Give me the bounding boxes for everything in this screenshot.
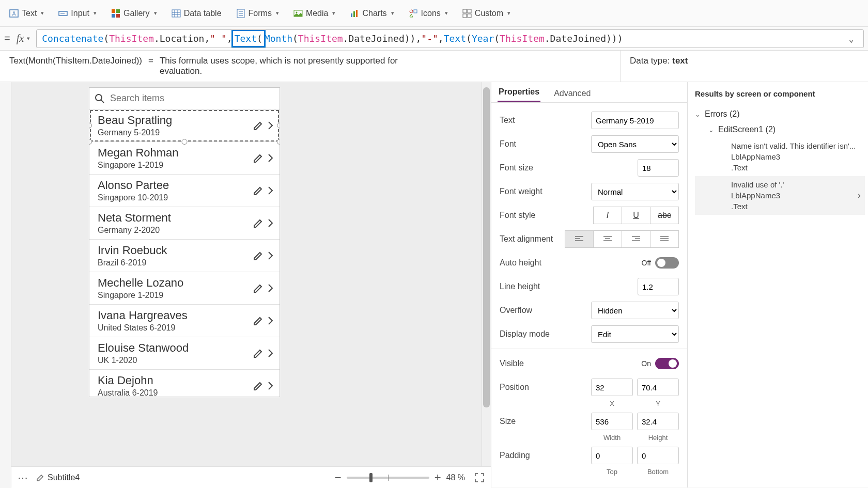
ribbon-charts[interactable]: Charts ▾	[345, 6, 399, 21]
expand-icon[interactable]: ⌄	[844, 33, 858, 44]
prop-lineheight-input[interactable]	[638, 278, 679, 295]
prop-fontsize-input[interactable]	[638, 159, 679, 177]
strikethrough-button[interactable]: abc	[650, 207, 679, 224]
align-justify-button[interactable]	[650, 230, 679, 248]
svg-text:A: A	[12, 11, 16, 17]
edit-icon[interactable]	[253, 217, 264, 229]
selection-handle[interactable]	[89, 123, 92, 129]
gallery-item[interactable]: Neta StormentGermany 2-2020	[89, 207, 280, 240]
align-right-button[interactable]	[622, 230, 650, 248]
align-center-button[interactable]	[593, 230, 622, 248]
edit-icon[interactable]	[253, 120, 264, 131]
visible-toggle[interactable]	[655, 358, 679, 369]
align-left-button[interactable]	[565, 230, 594, 248]
gallery-item-title: Beau Spratling	[98, 114, 255, 127]
tab-properties[interactable]: Properties	[498, 83, 540, 102]
ribbon-media[interactable]: Media ▾	[288, 6, 341, 21]
canvas[interactable]: Beau SpratlingGermany 5-2019Megan Rohman…	[11, 82, 491, 487]
gallery-item[interactable]: Irvin RoebuckBrazil 6-2019	[89, 240, 280, 272]
diag-error-item[interactable]: Invalid use of '.'LblAppName3.Text›	[695, 176, 865, 215]
gallery-item-subtitle: Germany 5-2019	[98, 128, 255, 137]
gallery-item[interactable]: Elouise StanwoodUK 1-2020	[89, 337, 280, 370]
prop-displaymode-select[interactable]: Edit	[591, 325, 679, 343]
chevron-right-icon[interactable]	[267, 250, 274, 261]
zoom-out-button[interactable]: −	[335, 471, 342, 484]
properties-panel: Properties Advanced Text Font Open Sans …	[491, 82, 687, 487]
svg-rect-27	[468, 14, 471, 18]
gallery-item-subtitle: Germany 2-2020	[98, 226, 255, 235]
selected-control-name[interactable]: Subtitle4	[36, 473, 80, 482]
edit-icon[interactable]	[253, 282, 264, 294]
edit-icon[interactable]	[253, 380, 264, 391]
gallery-item[interactable]: Megan RohmanSingapore 1-2019	[89, 142, 280, 175]
selection-handle[interactable]	[277, 123, 280, 129]
size-width-input[interactable]	[591, 413, 633, 430]
gallery-item[interactable]: Alonso ParteeSingapore 10-2019	[89, 175, 280, 207]
chevron-right-icon[interactable]	[267, 217, 274, 229]
prop-align-label: Text alignment	[500, 234, 565, 244]
chevron-right-icon[interactable]	[267, 120, 274, 131]
fit-screen-icon[interactable]	[474, 473, 485, 483]
padding-top-input[interactable]	[591, 447, 633, 464]
gallery-control[interactable]: Beau SpratlingGermany 5-2019Megan Rohman…	[89, 87, 280, 397]
edit-icon[interactable]	[253, 152, 264, 164]
autoheight-toggle[interactable]	[655, 257, 679, 269]
prop-size-label: Size	[500, 417, 591, 426]
ribbon-text[interactable]: A Text ▾	[4, 6, 49, 21]
chevron-right-icon[interactable]	[267, 282, 274, 294]
svg-rect-4	[112, 9, 115, 13]
ribbon-icons[interactable]: Icons ▾	[404, 6, 453, 21]
ribbon-charts-label: Charts	[362, 9, 386, 18]
chevron-right-icon[interactable]	[267, 185, 274, 196]
position-y-input[interactable]	[637, 379, 679, 396]
position-x-input[interactable]	[591, 379, 633, 396]
gallery-item-subtitle: Singapore 1-2019	[98, 291, 255, 300]
gallery-item[interactable]: Beau SpratlingGermany 5-2019	[89, 109, 280, 142]
edit-icon[interactable]	[253, 185, 264, 196]
gallery-item[interactable]: Kia DejohnAustralia 6-2019	[89, 370, 280, 397]
ribbon-gallery[interactable]: Gallery ▾	[106, 6, 162, 21]
canvas-scrollbar[interactable]	[482, 82, 491, 487]
ribbon-input[interactable]: Input ▾	[53, 6, 102, 21]
gallery-item[interactable]: Mechelle LozanoSingapore 1-2019	[89, 272, 280, 305]
gallery-list[interactable]: Beau SpratlingGermany 5-2019Megan Rohman…	[89, 109, 280, 397]
text-icon: A	[9, 9, 19, 18]
prop-text-input[interactable]	[591, 112, 679, 129]
tab-advanced[interactable]: Advanced	[553, 85, 592, 102]
chevron-down-icon[interactable]: ▾	[27, 35, 30, 42]
more-icon[interactable]: ⋯	[18, 471, 29, 484]
italic-button[interactable]: I	[593, 207, 622, 224]
diag-screen-node[interactable]: ⌄ EditScreen1 (2)	[695, 122, 865, 137]
chevron-right-icon[interactable]	[267, 348, 274, 359]
underline-button[interactable]: U	[622, 207, 650, 224]
edit-icon[interactable]	[253, 348, 264, 359]
chevron-right-icon[interactable]	[267, 315, 274, 326]
svg-line-29	[101, 100, 104, 103]
search-input[interactable]	[110, 93, 274, 104]
padding-bottom-input[interactable]	[637, 447, 679, 464]
autoheight-state: Off	[642, 259, 651, 267]
prop-font-label: Font	[500, 139, 591, 149]
gallery-item-title: Ivana Hargreaves	[98, 309, 255, 322]
edit-icon[interactable]	[253, 315, 264, 326]
formula-input[interactable]: Concatenate(ThisItem.Location, " ", Text…	[36, 29, 864, 48]
chevron-right-icon[interactable]	[267, 380, 274, 391]
ribbon-forms[interactable]: Forms ▾	[231, 6, 284, 21]
zoom-in-button[interactable]: +	[435, 471, 441, 484]
diag-errors-node[interactable]: ⌄ Errors (2)	[695, 106, 865, 122]
gallery-item[interactable]: Ivana HargreavesUnited States 6-2019	[89, 305, 280, 337]
prop-overflow-select[interactable]: Hidden	[591, 302, 679, 319]
icons-icon	[409, 9, 418, 18]
zoom-slider[interactable]	[347, 477, 429, 479]
chevron-right-icon[interactable]	[267, 152, 274, 164]
prop-fontweight-select[interactable]: Normal	[591, 183, 679, 200]
ribbon-custom[interactable]: Custom ▾	[457, 6, 516, 21]
diag-error-item[interactable]: Name isn't valid. This identifier isn'..…	[695, 137, 865, 176]
scrollbar-thumb[interactable]	[483, 87, 490, 407]
ribbon-datatable[interactable]: Data table	[166, 6, 227, 21]
formula-bar: = fx ▾ Concatenate(ThisItem.Location, " …	[0, 27, 868, 51]
size-height-input[interactable]	[637, 413, 679, 430]
edit-icon[interactable]	[253, 250, 264, 261]
prop-font-select[interactable]: Open Sans	[591, 135, 679, 153]
prop-displaymode-label: Display mode	[500, 329, 591, 339]
